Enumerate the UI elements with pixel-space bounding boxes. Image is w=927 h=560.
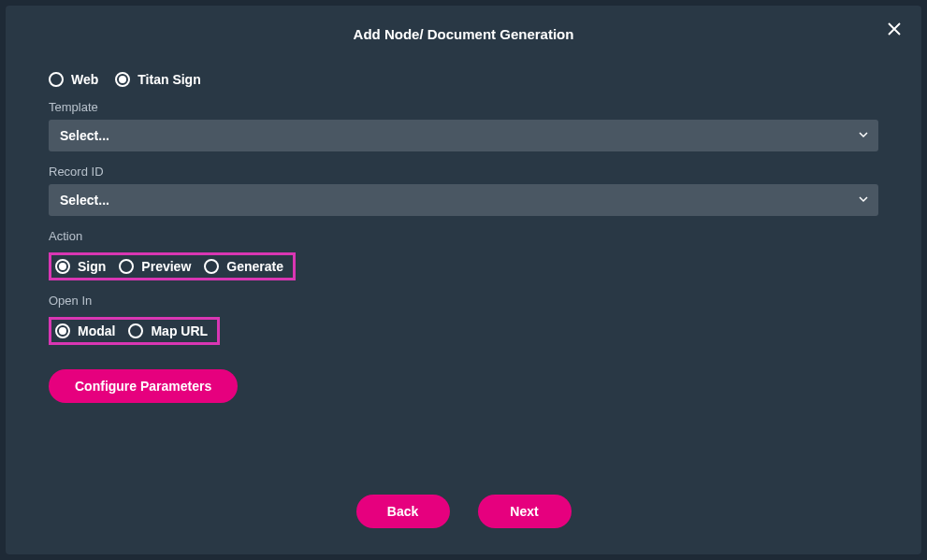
radio-circle-icon [204,259,219,274]
record-id-select[interactable]: Select... [49,184,878,216]
radio-preview[interactable]: Preview [119,259,191,274]
radio-map-url[interactable]: Map URL [128,323,208,338]
radio-web-label: Web [71,72,98,87]
radio-dot-icon [59,327,66,335]
radio-sign[interactable]: Sign [55,259,106,274]
action-label: Action [49,229,878,243]
modal-title: Add Node/ Document Generation [6,26,921,42]
template-select[interactable]: Select... [49,120,878,151]
radio-circle-icon [115,72,130,87]
type-radio-group: Web Titan Sign [49,72,878,87]
next-button[interactable]: Next [478,495,572,528]
template-select-value: Select... [60,128,109,143]
radio-generate-label: Generate [226,259,283,274]
back-button[interactable]: Back [356,495,450,528]
close-button[interactable] [884,19,905,39]
close-icon [886,21,903,37]
action-radio-group: Sign Preview Generate [49,252,296,280]
chevron-down-icon [858,127,869,144]
radio-map-url-label: Map URL [151,323,208,338]
radio-modal-label: Modal [78,323,115,338]
radio-generate[interactable]: Generate [204,259,283,274]
radio-titan-sign[interactable]: Titan Sign [115,72,200,87]
open-in-label: Open In [49,294,878,308]
radio-modal[interactable]: Modal [55,323,115,338]
record-id-select-value: Select... [60,193,109,208]
open-in-radio-group: Modal Map URL [49,317,220,345]
radio-dot-icon [59,263,66,270]
radio-circle-icon [55,259,70,274]
radio-preview-label: Preview [141,259,191,274]
chevron-down-icon [858,192,869,208]
modal-body: Web Titan Sign Template Select... Record… [6,53,921,472]
radio-sign-label: Sign [78,259,106,274]
radio-circle-icon [55,323,70,338]
modal-footer: Back Next [6,472,921,554]
modal-dialog: Add Node/ Document Generation Web Titan … [6,6,921,554]
record-id-label: Record ID [49,165,878,179]
configure-parameters-button[interactable]: Configure Parameters [49,369,238,403]
radio-titan-sign-label: Titan Sign [138,72,200,87]
modal-header: Add Node/ Document Generation [6,6,921,53]
radio-circle-icon [49,72,64,87]
radio-dot-icon [119,76,126,83]
radio-web[interactable]: Web [49,72,98,87]
radio-circle-icon [119,259,134,274]
radio-circle-icon [128,323,143,338]
template-label: Template [49,100,878,114]
